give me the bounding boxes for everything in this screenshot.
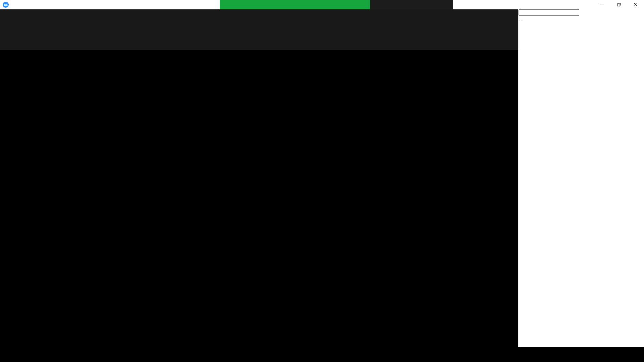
restore-button[interactable] [610, 0, 627, 9]
zoom-app-window: zm [0, 0, 644, 362]
view-settings-button[interactable] [370, 0, 453, 9]
zoom-logo-icon: zm [3, 2, 9, 8]
screen-share-banner [220, 0, 370, 9]
close-icon[interactable] [627, 0, 644, 9]
window-titlebar: zm [0, 0, 644, 9]
participants-footer [519, 16, 644, 22]
window-controls [594, 0, 644, 9]
participants-panel [518, 9, 644, 347]
participant-search[interactable] [519, 9, 644, 16]
unmute-self-button[interactable] [521, 20, 523, 21]
minimize-button[interactable] [594, 0, 610, 9]
video-strip [0, 9, 518, 50]
meeting-main-area [0, 9, 518, 347]
invite-button[interactable] [519, 20, 520, 21]
participant-search-input[interactable] [519, 9, 579, 16]
